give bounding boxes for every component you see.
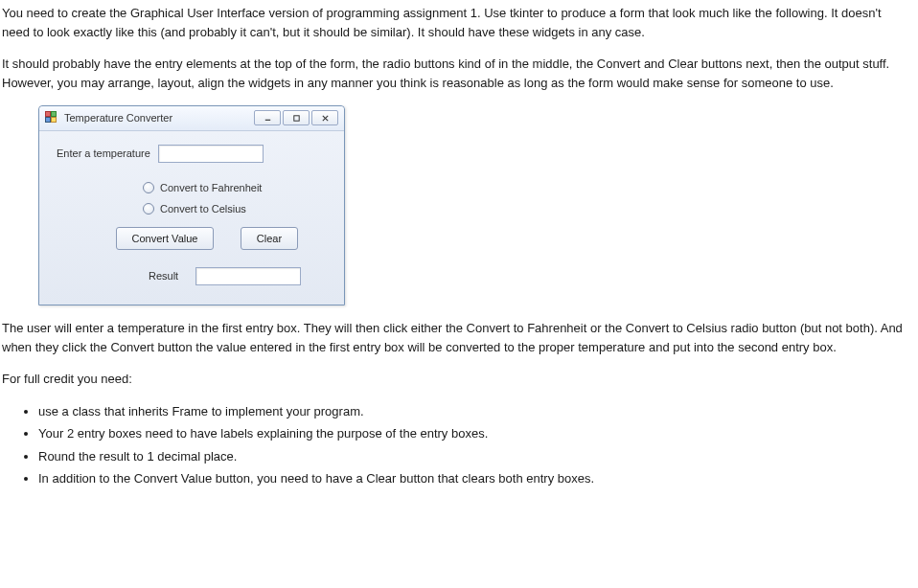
radio-icon: [143, 182, 154, 193]
enter-temperature-label: Enter a temperature: [57, 146, 150, 162]
convert-button[interactable]: Convert Value: [116, 227, 214, 251]
radio-icon: [143, 203, 154, 215]
radio-celsius[interactable]: Convert to Celsius: [143, 201, 327, 217]
minimize-icon: [264, 114, 272, 123]
maximize-button[interactable]: [283, 110, 310, 125]
credit-heading: For full credit you need:: [2, 370, 910, 389]
maximize-icon: [292, 114, 301, 123]
result-output[interactable]: [195, 267, 301, 285]
app-screenshot-figure: Temperature Converter Enter a temperatur…: [38, 105, 345, 305]
close-icon: [321, 114, 330, 123]
list-item: use a class that inherits Frame to imple…: [38, 402, 910, 421]
window-titlebar: Temperature Converter: [39, 106, 344, 131]
minimize-button[interactable]: [254, 110, 281, 125]
list-item: Round the result to 1 decimal place.: [38, 447, 910, 466]
close-button[interactable]: [311, 110, 338, 125]
temperature-input[interactable]: [158, 145, 264, 163]
result-label: Result: [149, 268, 178, 284]
window-title: Temperature Converter: [64, 110, 248, 126]
window-client-area: Enter a temperature Convert to Fahrenhei…: [39, 131, 344, 305]
instruction-paragraph-3: The user will enter a temperature in the…: [2, 319, 910, 356]
instruction-paragraph-2: It should probably have the entry elemen…: [2, 55, 910, 92]
window-controls: [254, 110, 338, 125]
svg-rect-1: [293, 116, 298, 121]
radio-fahrenheit[interactable]: Convert to Fahrenheit: [143, 180, 327, 196]
credit-list: use a class that inherits Frame to imple…: [38, 402, 910, 488]
list-item: In addition to the Convert Value button,…: [38, 469, 910, 488]
radio-celsius-label: Convert to Celsius: [160, 201, 246, 217]
list-item: Your 2 entry boxes need to have labels e…: [38, 424, 910, 443]
radio-fahrenheit-label: Convert to Fahrenheit: [160, 180, 262, 196]
instruction-paragraph-1: You need to create the Graphical User In…: [2, 4, 910, 41]
app-icon: [45, 111, 58, 124]
clear-button[interactable]: Clear: [241, 227, 298, 251]
